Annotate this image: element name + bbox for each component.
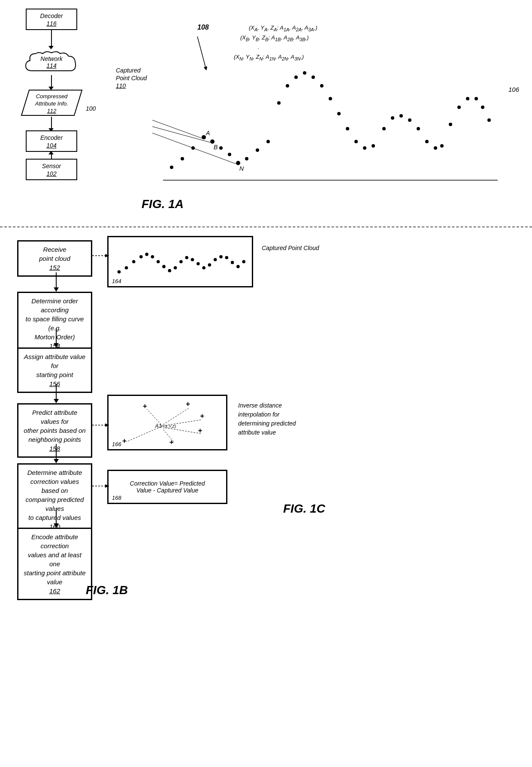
- compressed-attr-box: CompressedAttribute Info. 112: [21, 89, 83, 117]
- captured-cloud-label: CapturedPoint Cloud 110: [116, 66, 147, 90]
- step-162-box: Encode attribute correctionvalues and at…: [17, 528, 92, 600]
- arrow-network-compressed: [51, 75, 52, 88]
- step-158-box: Predict attribute values forother points…: [17, 403, 92, 458]
- step-160-box: Determine attributecorrection values bas…: [17, 463, 92, 536]
- step-158-ref: 158: [49, 445, 60, 452]
- svg-point-67: [185, 256, 188, 260]
- display-166-box: + + + + + + A1 P(X,Y,Z) 166: [107, 395, 227, 450]
- svg-point-24: [346, 127, 349, 130]
- svg-line-91: [165, 428, 201, 433]
- svg-line-88: [147, 409, 161, 425]
- svg-point-36: [449, 123, 452, 126]
- svg-point-14: [256, 148, 259, 152]
- svg-point-39: [475, 97, 478, 100]
- svg-point-20: [311, 75, 315, 79]
- svg-text:N: N: [239, 165, 244, 172]
- svg-point-4: [191, 146, 195, 150]
- step-152-text: Receivepoint cloud: [39, 246, 70, 262]
- compressed-attr-ref: 112: [47, 108, 57, 114]
- svg-point-32: [417, 127, 420, 130]
- svg-point-57: [125, 266, 128, 269]
- svg-point-37: [457, 106, 461, 109]
- svg-point-71: [208, 263, 212, 267]
- sensor-ref: 102: [46, 170, 56, 177]
- step-162-ref: 162: [49, 587, 60, 595]
- step-154-box: Determine order accordingto space fillin…: [17, 292, 92, 355]
- interpolation-label: Inverse distanceinterpolation fordetermi…: [238, 401, 324, 437]
- svg-line-92: [163, 429, 173, 442]
- svg-point-70: [202, 266, 206, 269]
- compressed-attr-label: CompressedAttribute Info.: [35, 93, 68, 107]
- captured-cloud-right-label: Captured Point Cloud: [262, 245, 319, 251]
- encoder-ref: 104: [46, 142, 56, 149]
- svg-point-35: [440, 144, 444, 148]
- display-164-ref: 164: [112, 278, 121, 284]
- step-152-ref: 152: [49, 264, 60, 271]
- arrow-decoder-network: [51, 30, 52, 47]
- svg-point-11: [236, 161, 240, 165]
- ref108-label: 108: [197, 24, 209, 31]
- svg-text:+: +: [200, 411, 204, 420]
- svg-point-58: [132, 260, 136, 263]
- arrow-152-164: [92, 253, 109, 258]
- svg-point-41: [487, 118, 491, 122]
- svg-marker-47: [54, 287, 59, 292]
- arrow-158-166: [92, 423, 109, 428]
- svg-point-5: [202, 135, 206, 139]
- svg-point-17: [286, 84, 289, 88]
- arrowhead-decoder-network: [48, 46, 54, 49]
- svg-point-38: [466, 97, 469, 100]
- display-164-box: 164: [107, 236, 253, 287]
- correction-formula: Correction Value= PredictedValue - Captu…: [127, 477, 209, 497]
- svg-point-19: [303, 71, 306, 75]
- svg-point-28: [382, 127, 386, 130]
- svg-point-9: [219, 146, 223, 150]
- svg-point-56: [118, 270, 121, 274]
- svg-text:+: +: [143, 402, 147, 410]
- svg-point-2: [170, 166, 173, 169]
- svg-text:+: +: [186, 399, 190, 408]
- step-160-text: Determine attributecorrection values bas…: [26, 469, 84, 521]
- svg-point-62: [157, 260, 160, 263]
- svg-text:A: A: [206, 130, 210, 136]
- point-label-N: (XN, YN, ZN; A1N, A2N, A3N,): [234, 54, 304, 61]
- svg-point-77: [242, 260, 245, 263]
- svg-point-61: [151, 255, 154, 259]
- display-166-ref: 166: [112, 441, 121, 447]
- svg-point-31: [408, 118, 411, 122]
- captured-cloud-visual: [109, 237, 252, 286]
- svg-point-74: [225, 256, 229, 260]
- sensor-box: Sensor 102: [26, 159, 77, 180]
- decoder-box: Decoder 116: [26, 9, 77, 30]
- svg-point-75: [231, 261, 234, 264]
- svg-text:P(X,Y,Z): P(X,Y,Z): [161, 424, 176, 429]
- svg-line-90: [165, 420, 202, 425]
- svg-text:+: +: [169, 438, 174, 446]
- display-168-ref: 168: [112, 495, 121, 501]
- sensor-label: Sensor: [42, 163, 61, 169]
- svg-text:B: B: [214, 144, 218, 151]
- network-ref: 114: [46, 62, 56, 69]
- ref106-label: 106: [508, 86, 519, 93]
- svg-point-23: [337, 112, 341, 115]
- encoder-label: Encoder: [40, 134, 63, 141]
- svg-point-68: [191, 258, 194, 261]
- svg-point-59: [139, 255, 143, 259]
- svg-point-40: [481, 106, 484, 109]
- fig1c-label: FIG. 1C: [283, 502, 325, 516]
- point-label-B: (XB, YB, ZB; A1B, A2B, A3B,): [240, 33, 309, 43]
- svg-point-27: [372, 144, 375, 148]
- svg-point-25: [354, 140, 358, 143]
- svg-point-26: [363, 146, 366, 150]
- svg-text:+: +: [122, 436, 127, 445]
- fig1a-label: FIG. 1A: [142, 197, 184, 211]
- svg-point-16: [277, 101, 281, 105]
- svg-point-66: [179, 260, 183, 263]
- arrow-compressed-encoder: [51, 117, 52, 130]
- svg-text:+: +: [198, 426, 203, 435]
- svg-line-44: [152, 133, 236, 164]
- display-168-box: Correction Value= PredictedValue - Captu…: [107, 470, 227, 504]
- svg-point-29: [391, 116, 394, 120]
- network-label: Network: [40, 55, 62, 62]
- step-152-box: Receivepoint cloud 152: [17, 240, 92, 277]
